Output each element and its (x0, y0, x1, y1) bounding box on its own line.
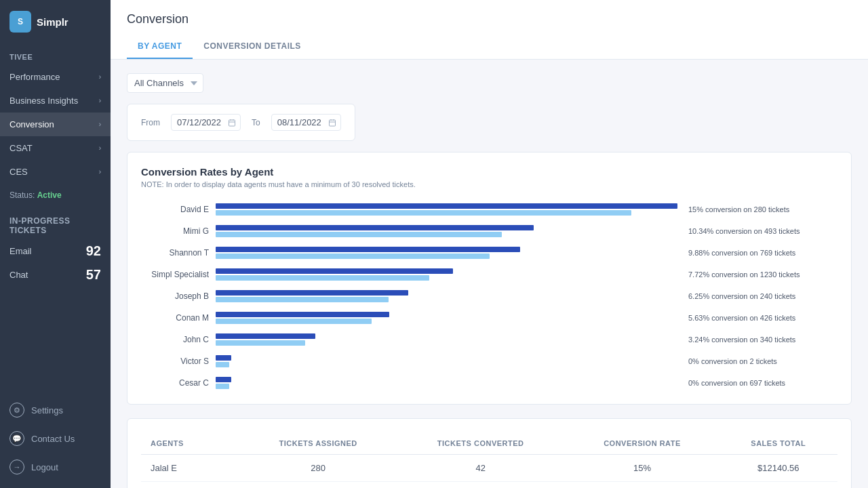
bar-agent-name: Cesar C (141, 378, 209, 388)
bar-dark (216, 203, 677, 209)
bar-bg (216, 310, 677, 325)
bar-bg (216, 354, 677, 369)
sidebar-item-contact-us[interactable]: 💬 Contact Us (0, 424, 111, 453)
bar-label: 10.34% conversion on 493 tickets (688, 227, 837, 235)
bar-row: Mimi G10.34% conversion on 493 tickets (141, 224, 837, 239)
table-cell: Mimi G (141, 482, 240, 489)
bar-dark (216, 312, 389, 317)
table-cell: 15% (565, 455, 719, 482)
table-row: Jalal E2804215%$12140.56 (141, 455, 837, 482)
status-label: Status: (9, 190, 35, 200)
tab-conversion-details[interactable]: CONVERSION DETAILS (193, 35, 311, 59)
sidebar-item-ces[interactable]: CES › (0, 160, 111, 184)
bar-label: 3.24% conversion on 340 tickets (688, 336, 837, 344)
col-agents: AGENTS (141, 432, 240, 455)
bar-dark (216, 333, 315, 339)
bar-label: 0% conversion on 2 tickets (688, 357, 837, 365)
table-cell: 280 (240, 455, 395, 482)
sidebar-item-label: CSAT (9, 143, 33, 153)
col-rate: CONVERSION RATE (565, 432, 719, 455)
table-cell: $12140.56 (719, 455, 837, 482)
bar-dark (216, 355, 231, 361)
date-from-input[interactable]: 07/12/2022 (171, 114, 241, 131)
chat-count: 57 (86, 267, 101, 283)
bar-label: 0% conversion on 697 tickets (688, 379, 837, 387)
sidebar-item-settings[interactable]: ⚙ Settings (0, 396, 111, 424)
tabs: BY AGENT CONVERSION DETAILS (127, 35, 852, 59)
sidebar-item-business-insights[interactable]: Business Insights › (0, 89, 111, 113)
bar-dark (216, 247, 520, 252)
chevron-right-icon: › (99, 121, 101, 128)
chart-card: Conversion Rates by Agent NOTE: In order… (127, 152, 852, 405)
table-header-row: AGENTS TICKETS ASSIGNED TICKETS CONVERTE… (141, 432, 837, 455)
sidebar-section-label: TIVEE (0, 43, 111, 65)
bar-label: 5.63% conversion on 426 tickets (688, 314, 837, 322)
logout-icon: → (9, 460, 24, 474)
bar-row: Shannon T9.88% conversion on 769 tickets (141, 245, 837, 260)
logo: S Simplr (0, 0, 111, 43)
chart-note: NOTE: In order to display data agents mu… (141, 180, 837, 188)
chevron-right-icon: › (99, 97, 101, 104)
chart-title: Conversion Rates by Agent (141, 166, 837, 178)
page-title: Conversion (127, 0, 852, 26)
bar-label: 9.88% conversion on 769 tickets (688, 249, 837, 257)
bar-bg (216, 224, 677, 239)
table-row: Mimi G4935110.34%$10462.67 (141, 482, 837, 489)
date-to-input[interactable]: 08/11/2022 (271, 114, 341, 131)
sidebar-item-conversion[interactable]: Conversion › (0, 113, 111, 136)
bar-agent-name: John C (141, 335, 209, 344)
bar-chart: David E15% conversion on 280 ticketsMimi… (141, 202, 837, 390)
table-cell: $10462.67 (719, 482, 837, 489)
bar-agent-name: Joseph B (141, 291, 209, 301)
chevron-right-icon: › (99, 168, 101, 176)
content-area: All Channels Email Chat From 07/12/2022 … (111, 60, 868, 488)
bar-bg (216, 267, 677, 282)
chat-ticket-row: Chat 57 (0, 263, 111, 287)
channel-select[interactable]: All Channels Email Chat (127, 73, 203, 93)
bar-agent-name: Mimi G (141, 226, 209, 236)
sidebar: S Simplr TIVEE Performance › Business In… (0, 0, 111, 488)
main-content: Conversion BY AGENT CONVERSION DETAILS A… (111, 0, 868, 488)
col-sales: SALES TOTAL (719, 432, 837, 455)
sidebar-item-label: Business Insights (9, 96, 78, 106)
email-ticket-row: Email 92 (0, 239, 111, 263)
sidebar-item-csat[interactable]: CSAT › (0, 136, 111, 160)
chat-label: Chat (9, 270, 28, 280)
bar-light (216, 362, 229, 367)
contact-label: Contact Us (31, 434, 75, 444)
sidebar-item-logout[interactable]: → Logout (0, 453, 111, 481)
filter-row: All Channels Email Chat (127, 73, 852, 93)
top-header: Conversion BY AGENT CONVERSION DETAILS (111, 0, 868, 60)
table-cell: 51 (396, 482, 566, 489)
bar-row: Simpl Specialist7.72% conversion on 1230… (141, 267, 837, 282)
logo-icon: S (9, 11, 31, 33)
bar-bg (216, 202, 677, 217)
table-cell: 493 (240, 482, 395, 489)
sidebar-item-performance[interactable]: Performance › (0, 65, 111, 89)
bar-row: Cesar C0% conversion on 697 tickets (141, 375, 837, 390)
status-value: Active (37, 190, 62, 200)
contact-icon: 💬 (9, 431, 24, 446)
bar-label: 6.25% conversion on 240 tickets (688, 292, 837, 300)
sidebar-item-label: Conversion (9, 119, 54, 129)
logout-label: Logout (31, 462, 58, 472)
col-converted: TICKETS CONVERTED (396, 432, 566, 455)
sidebar-item-label: Performance (9, 72, 60, 82)
tab-by-agent[interactable]: BY AGENT (127, 35, 193, 59)
bar-dark (216, 225, 534, 230)
table-card: AGENTS TICKETS ASSIGNED TICKETS CONVERTE… (127, 418, 852, 488)
settings-label: Settings (31, 405, 63, 415)
sidebar-item-label: CES (9, 167, 28, 177)
bar-light (216, 275, 429, 281)
table-cell: 10.34% (565, 482, 719, 489)
bar-agent-name: Conan M (141, 313, 209, 323)
bar-row: Joseph B6.25% conversion on 240 tickets (141, 289, 837, 304)
date-to-label: To (252, 118, 260, 127)
date-range: From 07/12/2022 To 08/11/2022 (127, 104, 355, 141)
bar-light (216, 384, 229, 389)
bar-row: Victor S0% conversion on 2 tickets (141, 354, 837, 369)
email-label: Email (9, 246, 32, 256)
settings-icon: ⚙ (9, 403, 24, 418)
logo-text: Simplr (37, 16, 68, 28)
bar-bg (216, 289, 677, 304)
